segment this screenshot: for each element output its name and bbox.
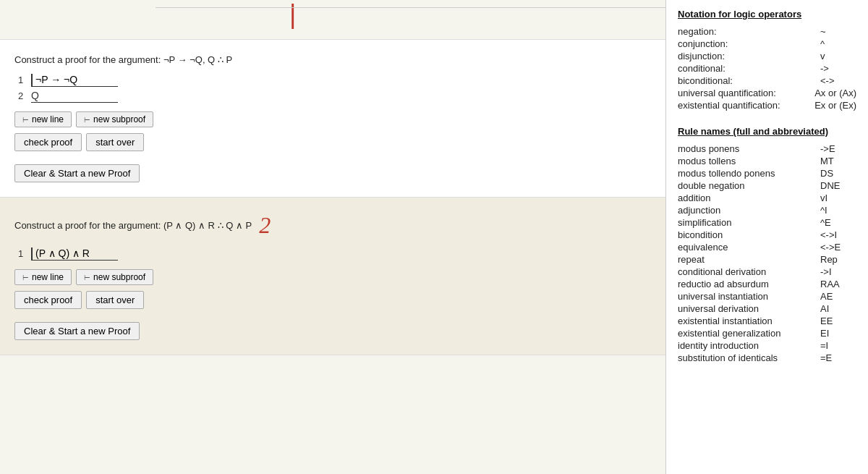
proof1-line-2: 2 Q: [18, 90, 651, 103]
proof2-clear-container: Clear & Start a new Proof: [14, 322, 651, 340]
proof1-line1-content: ¬P → ¬Q: [31, 74, 118, 87]
proof1-line-1: 1 ¬P → ¬Q: [18, 74, 651, 87]
rule-modus-tollendo-ponens: modus tollendo ponens DS: [678, 167, 856, 179]
rule-universal-instantiation: universal instantiation AE: [678, 290, 856, 302]
proof2-clear-btn[interactable]: Clear & Start a new Proof: [14, 322, 140, 340]
proof1-line1-number: 1: [18, 75, 31, 85]
notation-title: Notation for logic operators: [678, 9, 856, 20]
rule-repeat: repeat Rep: [678, 253, 856, 266]
proof2-btn-row2: check proof start over: [14, 291, 651, 309]
rule-double-negation: double negation DNE: [678, 179, 856, 192]
proof2-start-over-btn[interactable]: start over: [86, 291, 144, 309]
notation-universal: universal quantification: Ax or (Ax): [678, 87, 856, 99]
proof1-line2-number: 2: [18, 90, 31, 101]
rule-conditional-derivation: conditional derivation ->I: [678, 266, 856, 278]
rules-title: Rule names (full and abbreviated): [678, 126, 856, 137]
notation-negation: negation: ~: [678, 25, 856, 38]
proof2-line-1: 1 (P ∧ Q) ∧ R: [18, 247, 651, 261]
proof1-line2-content: Q: [31, 90, 118, 103]
rule-identity-introduction: identity introduction =I: [678, 339, 856, 352]
proof2-line1-number: 1: [18, 248, 31, 259]
proof2-lines: 1 (P ∧ Q) ∧ R: [18, 247, 651, 261]
rule-substitution-of-identicals: substitution of identicals =E: [678, 352, 856, 364]
notation-conjunction: conjunction: ^: [678, 38, 856, 50]
proof1-lines: 1 ¬P → ¬Q 2 Q: [18, 74, 651, 103]
rule-adjunction: adjunction ^I: [678, 204, 856, 216]
rule-universal-derivation: universal derivation AI: [678, 302, 856, 315]
proof-panel-2: Construct a proof for the argument: (P ∧…: [0, 198, 665, 355]
proof2-construct-label: Construct a proof for the argument: (P ∧…: [14, 220, 252, 231]
proof1-clear-container: Clear & Start a new Proof: [14, 164, 651, 182]
rule-existential-instantiation: existential instantiation EE: [678, 315, 856, 327]
proof2-red-number: 2: [259, 212, 271, 239]
proof2-new-line-btn[interactable]: ⊢ new line: [14, 269, 72, 285]
notation-biconditional: biconditional: <->: [678, 75, 856, 87]
notation-table: negation: ~ conjunction: ^ disjunction: …: [678, 25, 856, 111]
proof1-btn-row2: check proof start over: [14, 133, 651, 151]
notation-disjunction: disjunction: v: [678, 50, 856, 62]
proof2-new-subproof-btn[interactable]: ⊢ new subproof: [76, 269, 153, 285]
top-divider: [156, 7, 665, 8]
proof1-start-over-btn[interactable]: start over: [86, 133, 144, 151]
rule-existential-generalization: existential generalization EI: [678, 327, 856, 339]
proof1-new-line-btn[interactable]: ⊢ new line: [14, 111, 72, 127]
sidebar: Notation for logic operators negation: ~…: [665, 0, 868, 474]
proof2-check-proof-btn[interactable]: check proof: [14, 291, 82, 309]
proof1-btn-row1: ⊢ new line ⊢ new subproof: [14, 111, 651, 127]
rule-bicondition: bicondition <->I: [678, 229, 856, 241]
rule-reductio-ad-absurdum: reductio ad absurdum RAA: [678, 278, 856, 290]
notation-existential: existential quantification: Ex or (Ex): [678, 99, 856, 111]
new-line-icon: ⊢: [22, 116, 29, 124]
rule-simplification: simplification ^E: [678, 216, 856, 229]
rule-equivalence: equivalence <->E: [678, 241, 856, 253]
proof2-line1-content: (P ∧ Q) ∧ R: [31, 247, 118, 261]
proof2-btn-row1: ⊢ new line ⊢ new subproof: [14, 269, 651, 285]
rule-addition: addition vI: [678, 192, 856, 204]
proof2-new-line-icon: ⊢: [22, 274, 29, 282]
proof1-construct-label: Construct a proof for the argument: ¬P →…: [14, 54, 651, 65]
rule-modus-tollens: modus tollens MT: [678, 155, 856, 167]
notation-conditional: conditional: ->: [678, 62, 856, 75]
proof1-check-proof-btn[interactable]: check proof: [14, 133, 82, 151]
rules-table: modus ponens ->E modus tollens MT modus …: [678, 143, 856, 364]
proof2-new-subproof-icon: ⊢: [84, 274, 90, 282]
rule-modus-ponens: modus ponens ->E: [678, 143, 856, 155]
cursor-decoration: |: [289, 1, 296, 27]
proof-panel-1: Construct a proof for the argument: ¬P →…: [0, 40, 665, 198]
proof1-new-subproof-btn[interactable]: ⊢ new subproof: [76, 111, 153, 127]
proof1-clear-btn[interactable]: Clear & Start a new Proof: [14, 164, 140, 182]
new-subproof-icon: ⊢: [84, 116, 90, 124]
proof2-header-row: Construct a proof for the argument: (P ∧…: [14, 212, 651, 239]
